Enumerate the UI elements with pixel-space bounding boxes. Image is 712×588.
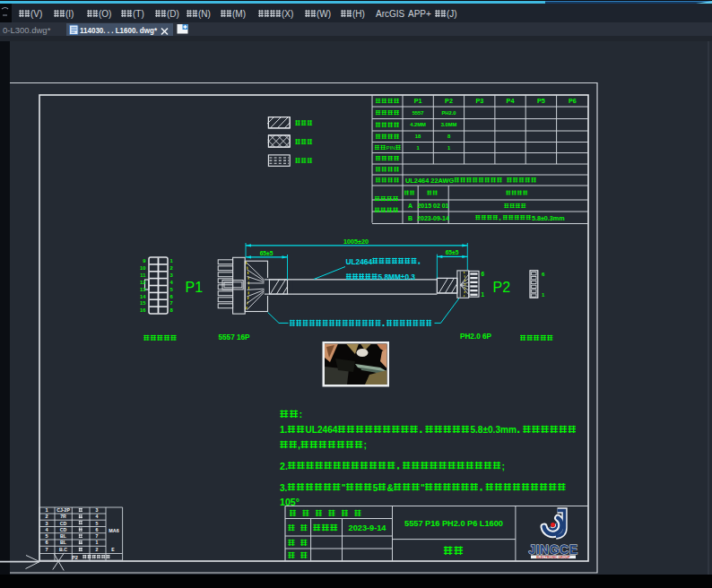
svg-text:5.8MM±0.3: 5.8MM±0.3: [378, 272, 416, 281]
svg-text:P6: P6: [569, 97, 577, 105]
svg-text:6: 6: [96, 527, 99, 532]
svg-text:(W): (W): [317, 9, 331, 19]
svg-text:UL2464: UL2464: [346, 257, 373, 266]
svg-text:B: B: [408, 215, 412, 221]
svg-text:PH2.0: PH2.0: [441, 110, 456, 116]
svg-text:(H): (H): [352, 9, 365, 19]
svg-text:(O): (O): [99, 9, 111, 19]
svg-text:ELECTRONIC GROUP: ELECTRONIC GROUP: [536, 556, 570, 559]
svg-text:15: 15: [140, 300, 146, 306]
svg-text:UL2464 22AWG: UL2464 22AWG: [405, 177, 454, 185]
svg-text:(X): (X): [282, 9, 293, 19]
svg-text:1: 1: [45, 507, 48, 513]
svg-text:7: 7: [170, 300, 173, 306]
svg-text:": ": [342, 483, 346, 493]
svg-text:65±5: 65±5: [260, 250, 274, 256]
svg-text:(T): (T): [133, 9, 144, 19]
svg-text:UL2464: UL2464: [306, 425, 338, 435]
svg-text:P3: P3: [475, 97, 483, 105]
svg-text:3.: 3.: [280, 483, 288, 493]
svg-text:3: 3: [45, 521, 48, 526]
svg-text:APP+: APP+: [408, 9, 431, 19]
svg-text:7R: 7R: [60, 514, 66, 519]
svg-text:5.8±0.3mm: 5.8±0.3mm: [470, 425, 517, 435]
svg-text:(I): (I): [65, 9, 74, 19]
svg-text:11: 11: [140, 272, 146, 278]
svg-text:CJ-2P: CJ-2P: [56, 507, 70, 513]
svg-text:;: ;: [502, 461, 506, 471]
svg-text:2: 2: [170, 265, 173, 271]
svg-text:5: 5: [96, 521, 99, 526]
svg-text:7: 7: [96, 533, 99, 539]
svg-text:;: ;: [364, 439, 368, 450]
svg-text:3: 3: [96, 507, 99, 513]
svg-text:P5: P5: [537, 97, 545, 105]
svg-text:MA6: MA6: [109, 528, 118, 533]
svg-text:2: 2: [45, 514, 48, 519]
svg-text:1: 1: [482, 291, 485, 298]
svg-text:P1: P1: [414, 97, 422, 105]
svg-text::: :: [300, 409, 303, 419]
svg-text:2023-9-14: 2023-9-14: [349, 523, 387, 532]
svg-text:105°: 105°: [280, 497, 300, 507]
svg-text:5.8±0.3mm: 5.8±0.3mm: [532, 214, 565, 222]
svg-text:(D): (D): [167, 9, 179, 19]
svg-text:5557 P16 PH2.0 P6 L1600: 5557 P16 PH2.0 P6 L1600: [404, 519, 503, 528]
svg-text:2: 2: [96, 547, 99, 552]
svg-text:ArcGIS: ArcGIS: [376, 9, 405, 19]
svg-text:(N): (N): [198, 9, 211, 19]
svg-text:65±5: 65±5: [446, 249, 459, 255]
svg-text:BL: BL: [60, 540, 67, 545]
svg-text:(V): (V): [30, 9, 42, 19]
svg-text:PH2.0 6P: PH2.0 6P: [460, 333, 492, 341]
svg-text:CD: CD: [60, 521, 67, 526]
svg-text:18: 18: [415, 134, 421, 139]
svg-text:(M): (M): [232, 9, 246, 19]
svg-text:P4: P4: [507, 97, 515, 105]
svg-text:14: 14: [140, 294, 146, 299]
svg-text:114030. . . L1600. dwg*: 114030. . . L1600. dwg*: [80, 25, 157, 35]
svg-text:&: &: [387, 483, 394, 493]
svg-text:0-L300.dwg*: 0-L300.dwg*: [3, 25, 51, 35]
svg-text:13: 13: [140, 287, 146, 292]
svg-text:16: 16: [140, 307, 146, 313]
svg-text:2023-09-14: 2023-09-14: [417, 215, 449, 221]
svg-text:B.C: B.C: [59, 547, 67, 552]
svg-text:2.: 2.: [280, 461, 288, 471]
svg-text:4: 4: [96, 514, 99, 519]
svg-text:P2: P2: [72, 555, 78, 560]
svg-text:CD: CD: [60, 527, 67, 532]
svg-text:1: 1: [96, 540, 99, 545]
svg-text:,: ,: [298, 439, 300, 450]
svg-text:5: 5: [45, 533, 48, 539]
svg-text:1005±20: 1005±20: [343, 238, 369, 246]
svg-text:6: 6: [482, 271, 485, 277]
svg-text:PIN: PIN: [386, 144, 395, 151]
svg-text:5557: 5557: [412, 110, 424, 116]
svg-text:1.: 1.: [280, 425, 288, 435]
svg-text:P2: P2: [445, 97, 453, 105]
svg-text:5: 5: [373, 483, 378, 493]
svg-text:(J): (J): [447, 9, 457, 19]
svg-text:10: 10: [140, 265, 145, 271]
svg-text:": ": [421, 483, 425, 493]
svg-text:3.0MM: 3.0MM: [441, 122, 457, 127]
svg-text:JINGCE: JINGCE: [528, 542, 577, 557]
svg-text:4.2MM: 4.2MM: [410, 122, 426, 127]
svg-text:12: 12: [140, 280, 145, 285]
svg-text:5557 16P: 5557 16P: [219, 333, 251, 342]
svg-text:6: 6: [45, 540, 48, 545]
svg-text:A: A: [408, 203, 412, 209]
svg-text:P2: P2: [493, 280, 511, 295]
svg-text:2015 02 01: 2015 02 01: [417, 203, 448, 209]
svg-text:P1: P1: [186, 280, 204, 295]
svg-text:7: 7: [45, 547, 48, 552]
svg-text:BL: BL: [60, 533, 67, 539]
